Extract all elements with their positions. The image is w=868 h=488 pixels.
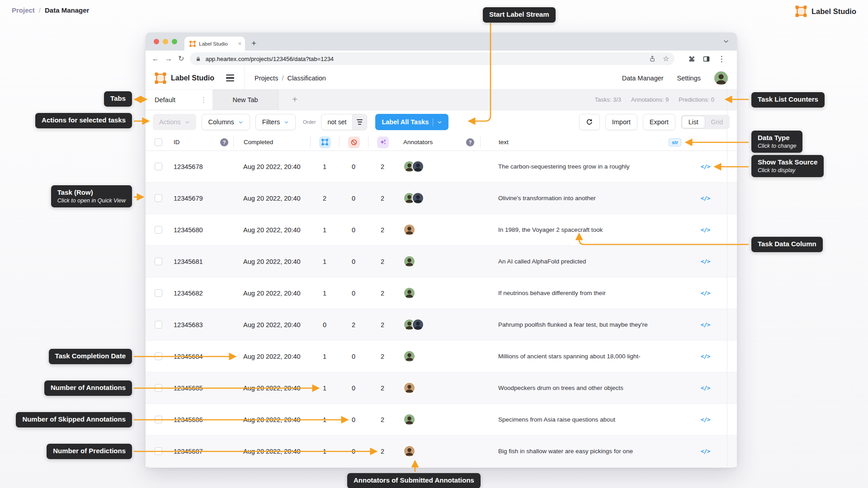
window-controls[interactable] — [154, 39, 177, 44]
skipped-count: 0 — [352, 163, 355, 170]
nav-settings[interactable]: Settings — [677, 75, 701, 82]
browser-tab[interactable]: Label Studio × — [184, 37, 245, 51]
order-control[interactable]: not set — [321, 114, 367, 130]
sort-icon[interactable] — [352, 114, 367, 130]
table-row[interactable]: 12345687 Aug 20 2022, 20:40 1 0 2 Big fi… — [146, 436, 737, 467]
annotator-avatar[interactable] — [403, 255, 415, 267]
view-list-button[interactable]: List — [682, 116, 705, 128]
table-row[interactable]: 12345679 Aug 20 2022, 20:40 2 0 2 Olivin… — [146, 183, 737, 214]
annotator-avatar[interactable] — [412, 160, 424, 173]
annotator-avatar[interactable] — [412, 319, 424, 331]
actions-dropdown[interactable]: Actions — [153, 114, 196, 130]
table-row[interactable]: 12345682 Aug 20 2022, 20:40 1 0 2 If neu… — [146, 277, 737, 309]
browser-tab-strip: Label Studio × + — [146, 33, 737, 51]
task-id: 12345678 — [174, 163, 203, 170]
annotator-avatar[interactable] — [403, 445, 415, 457]
hamburger-menu-icon[interactable] — [226, 75, 234, 81]
callout-task-list-counters: Task List Counters — [751, 92, 825, 108]
annotator-avatar[interactable] — [403, 350, 415, 362]
tab-menu-kebab-icon[interactable]: ⋮ — [200, 96, 207, 104]
column-id[interactable]: ID — [165, 139, 215, 145]
filters-dropdown[interactable]: Filters — [255, 114, 296, 130]
browser-menu-kebab-icon[interactable]: ⋮ — [717, 54, 725, 64]
column-text[interactable]: text — [480, 136, 658, 148]
chevron-down-icon[interactable] — [722, 38, 730, 45]
show-source-button[interactable]: </> — [701, 385, 710, 391]
help-icon[interactable]: ? — [220, 138, 228, 146]
breadcrumb: Project / Data Manager — [12, 6, 89, 14]
projects-link[interactable]: Projects — [255, 75, 278, 82]
extensions-puzzle-icon[interactable] — [688, 55, 695, 63]
reload-icon[interactable]: ↻ — [178, 55, 184, 62]
row-checkbox[interactable] — [155, 384, 162, 392]
column-annotations[interactable] — [310, 136, 339, 148]
scrollbar-gutter[interactable] — [727, 87, 727, 466]
view-grid-button[interactable]: Grid — [705, 116, 729, 128]
row-checkbox[interactable] — [155, 226, 162, 234]
address-bar[interactable]: app.heartex.com/projects/123456/data?tab… — [190, 52, 675, 65]
data-type-badge[interactable]: str — [669, 138, 681, 146]
annotator-avatar[interactable] — [412, 192, 424, 204]
label-all-tasks-button[interactable]: Label All Tasks — [375, 114, 448, 130]
annotator-avatar[interactable] — [403, 413, 415, 426]
show-source-button[interactable]: </> — [701, 448, 710, 455]
show-source-button[interactable]: </> — [701, 290, 710, 296]
row-checkbox[interactable] — [155, 194, 162, 202]
url-text[interactable]: app.heartex.com/projects/123456/data?tab… — [205, 56, 645, 62]
table-row[interactable]: 12345681 Aug 20 2022, 20:40 1 0 2 An AI … — [146, 246, 737, 277]
row-checkbox[interactable] — [155, 447, 162, 455]
show-source-button[interactable]: </> — [701, 416, 710, 423]
table-row[interactable]: 12345680 Aug 20 2022, 20:40 1 0 2 In 198… — [146, 214, 737, 246]
table-row[interactable]: 12345678 Aug 20 2022, 20:40 1 0 2 The ca… — [146, 151, 737, 183]
table-row[interactable]: 12345686 Aug 20 2022, 20:40 1 0 2 Specim… — [146, 404, 737, 436]
app-logo-icon[interactable] — [155, 72, 166, 84]
add-tab-button[interactable]: + — [278, 89, 311, 110]
row-checkbox[interactable] — [155, 289, 162, 297]
share-icon[interactable] — [649, 55, 656, 62]
table-row[interactable]: 12345684 Aug 20 2022, 20:40 1 0 2 Millio… — [146, 341, 737, 372]
show-source-button[interactable]: </> — [701, 226, 710, 233]
bookmark-star-icon[interactable]: ☆ — [663, 55, 669, 62]
show-source-button[interactable]: </> — [701, 258, 710, 265]
user-avatar[interactable] — [714, 71, 728, 85]
table-row[interactable]: 12345683 Aug 20 2022, 20:40 0 2 2 Pahrum… — [146, 309, 737, 341]
help-icon[interactable]: ? — [466, 138, 474, 146]
show-source-button[interactable]: </> — [701, 195, 710, 202]
sidebar-panel-icon[interactable] — [703, 55, 710, 63]
row-checkbox[interactable] — [155, 416, 162, 423]
breadcrumb-parent[interactable]: Project — [12, 6, 35, 14]
import-button[interactable]: Import — [605, 114, 637, 130]
annotator-avatar[interactable] — [403, 382, 415, 394]
minimize-window-button[interactable] — [163, 39, 168, 44]
columns-dropdown[interactable]: Columns — [202, 114, 250, 130]
column-predictions[interactable] — [368, 136, 397, 148]
back-icon[interactable]: ← — [152, 55, 159, 62]
column-annotators[interactable]: Annotators — [397, 139, 460, 145]
row-checkbox[interactable] — [155, 258, 162, 265]
select-all-checkbox[interactable] — [155, 138, 162, 146]
annotator-avatar[interactable] — [403, 287, 415, 299]
brand-lockup: Label Studio — [795, 5, 856, 17]
forward-icon[interactable]: → — [165, 55, 172, 62]
export-button[interactable]: Export — [643, 114, 675, 130]
annotator-avatar[interactable] — [403, 224, 415, 236]
row-checkbox[interactable] — [155, 163, 162, 170]
show-source-button[interactable]: </> — [701, 353, 710, 360]
column-completed[interactable]: Completed — [233, 136, 310, 148]
skipped-count: 0 — [352, 290, 355, 297]
close-window-button[interactable] — [154, 39, 159, 44]
app-header: Label Studio Projects / Classification D… — [146, 67, 737, 89]
row-checkbox[interactable] — [155, 321, 162, 328]
nav-data-manager[interactable]: Data Manager — [622, 75, 664, 82]
show-source-button[interactable]: </> — [701, 321, 710, 328]
show-source-button[interactable]: </> — [701, 163, 710, 170]
column-skipped[interactable] — [339, 136, 368, 148]
close-tab-icon[interactable]: × — [238, 41, 241, 47]
zoom-window-button[interactable] — [172, 39, 177, 44]
tab-new-tab[interactable]: New Tab — [212, 89, 278, 110]
table-row[interactable]: 12345685 Aug 20 2022, 20:40 1 0 2 Woodpe… — [146, 372, 737, 404]
tab-default[interactable]: Default ⋮ — [146, 89, 212, 110]
new-tab-button[interactable]: + — [251, 38, 256, 48]
row-checkbox[interactable] — [155, 352, 162, 360]
refresh-button[interactable] — [579, 114, 600, 130]
